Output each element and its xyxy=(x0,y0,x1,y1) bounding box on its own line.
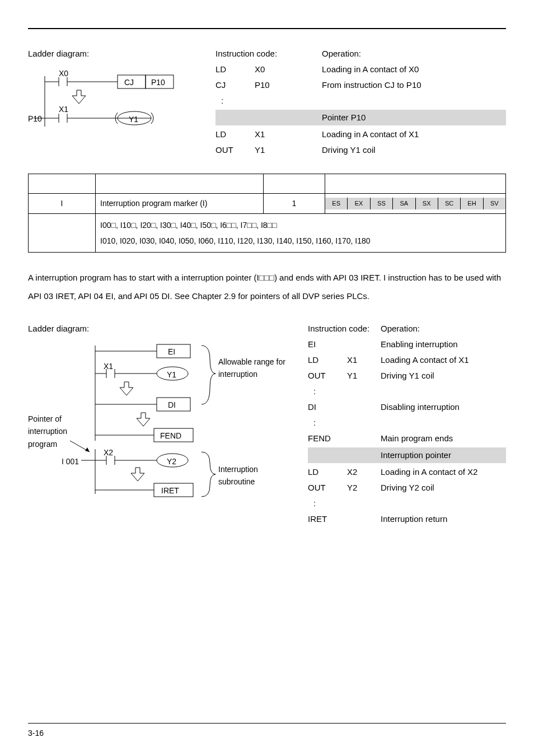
range-cell: I00□, I10□, I20□, I30□, I40□, I50□, I6□□… xyxy=(96,213,506,252)
l2-side3: Interruption subroutine xyxy=(218,463,285,488)
c: Pointer P10 xyxy=(322,111,506,124)
c: Y2 xyxy=(347,481,375,494)
ladder2-label: Ladder diagram: xyxy=(28,322,297,335)
c: Y1 xyxy=(255,143,294,157)
i2-code-hdr: Instruction code: xyxy=(308,322,375,335)
c: Driving Y1 coil xyxy=(322,143,506,157)
c xyxy=(347,385,375,398)
ladder1-p10: P10 xyxy=(28,113,42,125)
c xyxy=(381,385,506,398)
c xyxy=(255,111,294,124)
c: X1 xyxy=(347,353,375,367)
c: Enabling interruption xyxy=(381,338,506,351)
c xyxy=(347,416,375,430)
c: Loading in A contact of X1 xyxy=(322,128,506,141)
c xyxy=(381,497,506,510)
c: : xyxy=(308,497,347,510)
instruction1-column: Instruction code: Operation: LD X0 Loadi… xyxy=(216,47,506,157)
instruction2-column: Instruction code: Operation: EI Enabling… xyxy=(308,322,506,526)
instruction1-table: Instruction code: Operation: LD X0 Loadi… xyxy=(216,47,506,157)
c: CJ xyxy=(216,78,255,92)
instr1-code-hdr: Instruction code: xyxy=(216,47,294,60)
type: EX xyxy=(348,198,370,210)
c: FEND xyxy=(308,432,347,445)
table-row: API Mnemonic Operands xyxy=(29,174,506,194)
c xyxy=(347,497,375,510)
c: IRET xyxy=(308,512,347,526)
c: Loading A contact of X1 xyxy=(381,353,506,367)
c xyxy=(347,338,375,351)
c: OUT xyxy=(308,369,347,382)
c: LD xyxy=(308,353,347,367)
c: Main program ends xyxy=(381,432,506,445)
mnem-val: Interruption program marker (I) xyxy=(96,194,264,213)
c xyxy=(216,111,255,124)
range-hdr: I Range xyxy=(29,213,96,252)
ladder1-x0: X0 xyxy=(59,67,68,80)
c: : xyxy=(308,416,347,430)
section-ladder-1: Ladder diagram: xyxy=(28,47,506,157)
c xyxy=(347,400,375,414)
c xyxy=(347,449,375,462)
c: Disabling interruption xyxy=(381,400,506,414)
range2: I010, I020, I030, I040, I050, I060, I110… xyxy=(100,233,501,249)
instruction2-table: Instruction code: Operation: EI Enabling… xyxy=(308,322,506,526)
description-paragraph: A interruption program has to start with… xyxy=(28,268,506,305)
l2-x2: X2 xyxy=(104,446,113,459)
l2-fend: FEND xyxy=(160,430,181,442)
type: SX xyxy=(416,198,438,210)
mnem-hdr: Mnemonic xyxy=(96,174,264,194)
ladder2-column: Ladder diagram: xyxy=(28,322,297,526)
c: LD xyxy=(308,465,347,479)
ladder1-p10b: P10 xyxy=(151,76,165,88)
ladder1-label: Ladder diagram: xyxy=(28,47,199,60)
c xyxy=(347,432,375,445)
c: EI xyxy=(308,338,347,351)
instr1-op-hdr: Operation: xyxy=(322,47,506,60)
api-val: I xyxy=(29,194,96,213)
pointer-row: Pointer P10 xyxy=(216,110,506,125)
c xyxy=(381,416,506,430)
c xyxy=(308,449,347,462)
section-ladder-2: Ladder diagram: xyxy=(28,322,506,526)
c: LD xyxy=(216,128,255,141)
ladder1-cj: CJ xyxy=(124,76,134,88)
l2-iret: IRET xyxy=(161,484,179,497)
l2-side2: Pointer of interruption program xyxy=(28,413,78,450)
instruction-spec-table: API Mnemonic Operands I Interruption pro… xyxy=(28,174,506,253)
api-hdr: API xyxy=(29,174,96,194)
c: Interruption pointer xyxy=(381,449,506,462)
c: OUT xyxy=(216,143,255,157)
ladder1-y1: Y1 xyxy=(129,113,138,125)
type: ES xyxy=(325,198,348,210)
ladder1-column: Ladder diagram: xyxy=(28,47,199,157)
type: SA xyxy=(393,198,415,210)
ladder1-diagram: X0 CJ P10 X1 P10 Y1 xyxy=(28,65,185,138)
l2-di: DI xyxy=(168,399,176,411)
i2-op-hdr: Operation: xyxy=(381,322,506,335)
c: Loading in A contact of X0 xyxy=(322,63,506,76)
type: SS xyxy=(371,198,393,210)
c: Driving Y2 coil xyxy=(381,481,506,494)
c: Y1 xyxy=(347,369,375,382)
type: EH xyxy=(461,198,483,210)
top-divider xyxy=(28,28,506,29)
opnd-hdr: Operands xyxy=(264,174,325,194)
ladder2-diagram: EI X1 Y1 DI FEND X2 I 001 Y2 IRET Allowa… xyxy=(28,340,291,508)
c: Interruption return xyxy=(381,512,506,526)
type: SV xyxy=(484,198,505,210)
ladder1-x1: X1 xyxy=(59,103,68,115)
c: X0 xyxy=(255,63,294,76)
c: : xyxy=(308,385,347,398)
c: : xyxy=(216,94,255,108)
c: From instruction CJ to P10 xyxy=(322,78,506,92)
pointer-row-2: Interruption pointer xyxy=(308,447,506,463)
l2-side1: Allowable range for interruption xyxy=(218,356,291,381)
range1: I00□, I10□, I20□, I30□, I40□, I50□, I6□□… xyxy=(100,217,501,233)
c: OUT xyxy=(308,481,347,494)
c: X1 xyxy=(255,128,294,141)
table-row: I Interruption program marker (I) 1 ES E… xyxy=(29,194,506,213)
type: SC xyxy=(438,198,461,210)
c: DI xyxy=(308,400,347,414)
types-cell xyxy=(325,174,506,194)
